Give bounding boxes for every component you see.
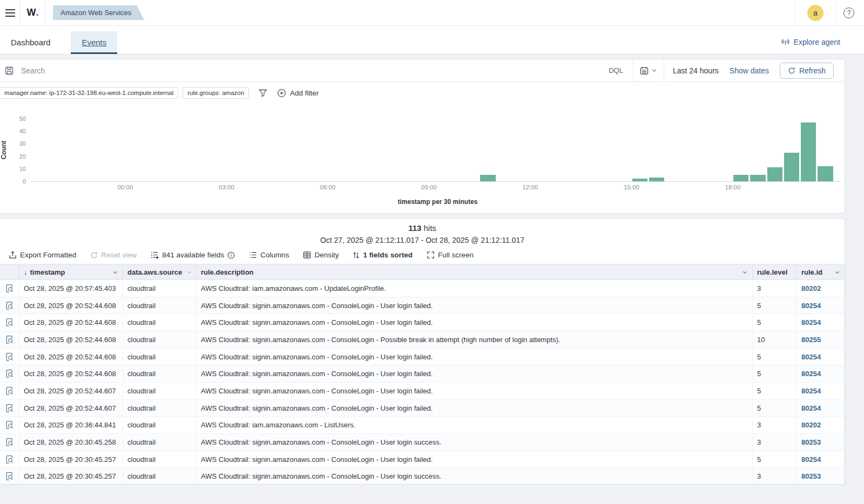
filter-pill-manager-name[interactable]: manager.name: ip-172-31-32-198.eu-west-1… xyxy=(0,87,178,99)
chevron-down-icon xyxy=(112,269,118,275)
histogram-bar[interactable] xyxy=(632,179,647,181)
cell-rule-id: 80202 xyxy=(797,280,845,297)
header-inspect-column xyxy=(0,264,19,280)
y-tick-label: 50 xyxy=(19,115,26,122)
histogram-bar[interactable] xyxy=(750,175,765,181)
avatar[interactable]: a xyxy=(807,5,824,21)
chevron-down-icon xyxy=(742,269,748,275)
inspect-document-button[interactable] xyxy=(0,331,19,348)
top-header: W. Amazon Web Services a ? xyxy=(0,0,864,26)
cell-rule-level: 5 xyxy=(753,365,797,382)
rule-id-link[interactable]: 80254 xyxy=(801,318,821,326)
fields-sorted-button[interactable]: 1 fields sorted xyxy=(353,251,413,259)
rule-id-link[interactable]: 80254 xyxy=(801,404,821,412)
reset-view-button[interactable]: Reset view xyxy=(90,251,137,259)
cell-rule-level: 5 xyxy=(753,297,797,314)
inspect-document-button[interactable] xyxy=(0,349,19,365)
add-filter-button[interactable]: Add filter xyxy=(277,88,319,98)
cell-description: AWS Cloudtrail: signin.amazonaws.com - C… xyxy=(197,331,753,348)
inspect-document-button[interactable] xyxy=(0,280,19,297)
hits-count: 113 xyxy=(408,223,421,233)
breadcrumb[interactable]: Amazon Web Services xyxy=(53,5,144,20)
explore-agent-link[interactable]: Explore agent xyxy=(781,38,864,54)
rule-id-link[interactable]: 80253 xyxy=(801,438,821,446)
export-formatted-button[interactable]: Export Formatted xyxy=(9,251,76,259)
inspect-document-button[interactable] xyxy=(0,365,19,382)
rule-id-link[interactable]: 80255 xyxy=(801,336,821,344)
header-rule-description[interactable]: rule.description xyxy=(197,264,753,280)
histogram-plot[interactable]: Count 01020304050 xyxy=(31,119,841,182)
rule-id-link[interactable]: 80254 xyxy=(801,302,821,310)
rule-id-link[interactable]: 80202 xyxy=(801,284,821,292)
inspect-document-button[interactable] xyxy=(0,383,19,399)
refresh-button[interactable]: Refresh xyxy=(780,63,834,79)
fullscreen-icon xyxy=(427,251,435,259)
x-tick-label: 03:00 xyxy=(219,184,234,190)
inspect-document-button[interactable] xyxy=(0,434,19,451)
histogram-bar[interactable] xyxy=(480,175,495,181)
plus-circle-icon xyxy=(277,88,286,98)
histogram-bar[interactable] xyxy=(733,175,748,181)
cell-description: AWS Cloudtrail: signin.amazonaws.com - C… xyxy=(197,349,753,365)
table-row: Oct 28, 2025 @ 20:52:44.608cloudtrailAWS… xyxy=(0,365,845,383)
tab-dashboard[interactable]: Dashboard xyxy=(0,31,61,54)
histogram-bar[interactable] xyxy=(767,167,782,181)
query-language-button[interactable]: DQL xyxy=(599,59,633,81)
histogram-bar[interactable] xyxy=(801,122,816,181)
cell-source: cloudtrail xyxy=(123,331,197,348)
table-toolbar: Export Formatted Reset view 841 availabl… xyxy=(0,244,845,264)
show-dates-link[interactable]: Show dates xyxy=(719,59,780,81)
rule-id-link[interactable]: 80254 xyxy=(801,353,821,361)
rule-id-link[interactable]: 80202 xyxy=(801,421,821,429)
filter-funnel-icon[interactable] xyxy=(259,89,267,97)
cell-source: cloudtrail xyxy=(123,297,197,314)
cell-timestamp: Oct 28, 2025 @ 20:52:44.608 xyxy=(19,314,123,331)
inspect-document-button[interactable] xyxy=(0,417,19,434)
cell-description: AWS Cloudtrail: iam.amazonaws.com - List… xyxy=(197,417,753,434)
inspect-document-button[interactable] xyxy=(0,468,19,485)
inspect-document-button[interactable] xyxy=(0,314,19,331)
time-range-value[interactable]: Last 24 hours xyxy=(664,59,719,81)
menu-icon[interactable] xyxy=(0,0,21,26)
histogram-bar[interactable] xyxy=(649,178,664,181)
header-timestamp[interactable]: ↓ timestamp xyxy=(19,264,123,280)
inspect-document-button[interactable] xyxy=(0,400,19,417)
info-icon[interactable] xyxy=(227,251,235,259)
x-tick-label: 06:00 xyxy=(320,184,336,190)
inspect-document-button[interactable] xyxy=(0,451,19,468)
hits-date-range: Oct 27, 2025 @ 21:12:11.017 - Oct 28, 20… xyxy=(0,233,845,244)
x-tick-label: 00:00 xyxy=(118,184,133,190)
full-screen-button[interactable]: Full screen xyxy=(427,251,474,259)
rule-id-link[interactable]: 80253 xyxy=(801,472,821,480)
available-fields-button[interactable]: 841 available fields xyxy=(151,251,235,259)
cell-source: cloudtrail xyxy=(123,400,197,417)
histogram-bar[interactable] xyxy=(818,166,833,181)
cell-timestamp: Oct 28, 2025 @ 20:52:44.607 xyxy=(19,383,123,399)
cell-rule-id: 80253 xyxy=(797,434,845,451)
columns-button[interactable]: Columns xyxy=(249,251,289,259)
cell-rule-id: 80254 xyxy=(797,349,845,365)
cell-rule-level: 5 xyxy=(753,451,797,468)
save-query-icon[interactable] xyxy=(5,66,14,75)
inspect-document-button[interactable] xyxy=(0,297,19,314)
cell-description: AWS Cloudtrail: signin.amazonaws.com - C… xyxy=(197,314,753,331)
rule-id-link[interactable]: 80254 xyxy=(801,455,821,464)
wazuh-logo[interactable]: W. xyxy=(21,0,45,26)
results-panel: 113 hits Oct 27, 2025 @ 21:12:11.017 - O… xyxy=(0,218,845,485)
header-rule-level[interactable]: rule.level xyxy=(753,264,797,280)
x-tick-label: 12:00 xyxy=(523,184,538,190)
sort-arrows-icon xyxy=(353,251,360,259)
table-row: Oct 28, 2025 @ 20:57:45.403cloudtrailAWS… xyxy=(0,280,845,297)
date-quick-select-button[interactable] xyxy=(633,59,664,81)
density-button[interactable]: Density xyxy=(303,251,339,259)
filter-pill-rule-groups[interactable]: rule.groups: amazon xyxy=(183,87,249,99)
tab-events[interactable]: Events xyxy=(71,31,117,54)
rule-id-link[interactable]: 80254 xyxy=(801,370,821,378)
rule-id-link[interactable]: 80254 xyxy=(801,387,821,395)
header-rule-id[interactable]: rule.id xyxy=(797,264,845,280)
histogram-bar[interactable] xyxy=(784,153,799,181)
calendar-icon xyxy=(640,66,649,75)
header-data-aws-source[interactable]: data.aws.source xyxy=(123,264,197,280)
help-icon[interactable]: ? xyxy=(843,8,854,18)
search-input[interactable]: Search xyxy=(0,59,599,81)
